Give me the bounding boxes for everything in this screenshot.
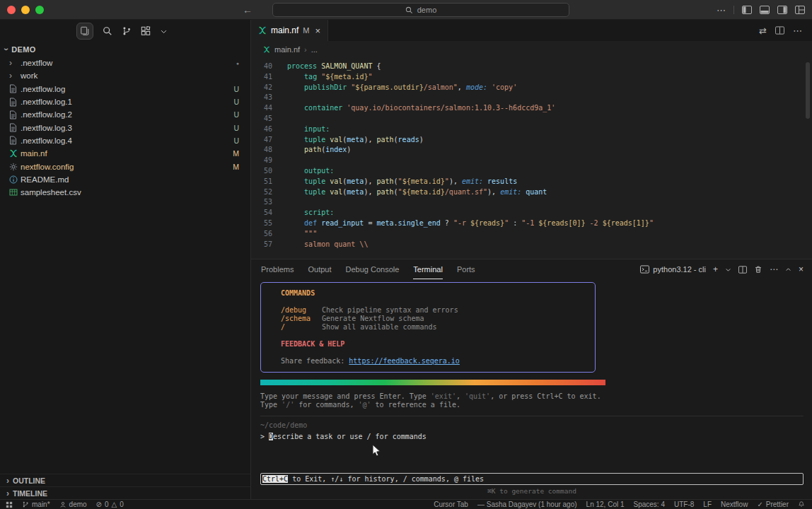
status-item-prettier[interactable]: ✓Prettier: [757, 501, 789, 508]
tree-item-main-nf[interactable]: main.nfM: [0, 147, 250, 160]
gear-file-icon: [9, 163, 21, 171]
kill-terminal-icon[interactable]: [754, 265, 762, 274]
toggle-panel-icon[interactable]: [760, 6, 770, 14]
command-center-search[interactable]: demo: [272, 3, 569, 17]
status-item-utf-8[interactable]: UTF-8: [674, 501, 694, 508]
tree-item-samplesheet-csv[interactable]: samplesheet.csv: [0, 186, 250, 199]
git-decoration-badge: U: [233, 136, 239, 145]
file-label: .nextflow.log.3: [21, 124, 72, 132]
terminal-input-box[interactable]: Ctrl+C to Exit, ↑/↓ for history, / comma…: [260, 473, 804, 485]
new-terminal-icon[interactable]: +: [713, 265, 718, 274]
status-item-nextflow[interactable]: Nextflow: [721, 501, 748, 508]
tree-item--nextflow-log-3[interactable]: .nextflow.log.3U: [0, 121, 250, 134]
minimize-window-button[interactable]: [21, 6, 30, 14]
zoom-window-button[interactable]: [35, 6, 44, 14]
breadcrumb-file[interactable]: main.nf: [274, 45, 300, 54]
tree-item-nextflow-config[interactable]: nextflow.configM: [0, 160, 250, 172]
tree-item--nextflow-log[interactable]: .nextflow.logU: [0, 83, 250, 95]
tab-label: main.nf: [271, 25, 298, 35]
chevron-right-icon: ›: [9, 58, 21, 68]
panel-tab-ports[interactable]: Ports: [457, 259, 475, 279]
toggle-primary-sidebar-icon[interactable]: [742, 6, 752, 14]
warning-count: 0: [120, 501, 124, 508]
extensions-icon[interactable]: [141, 26, 151, 36]
chevron-down-icon[interactable]: [160, 28, 168, 35]
notifications-bell[interactable]: [798, 501, 805, 508]
status-item-ln-12-col-1[interactable]: Ln 12, Col 1: [586, 501, 625, 508]
more-actions-icon[interactable]: ⋯: [717, 6, 726, 15]
tab-main-nf[interactable]: main.nf M ×: [251, 20, 328, 41]
search-icon[interactable]: [103, 26, 112, 36]
explorer-icon[interactable]: [76, 23, 93, 40]
error-count: 0: [105, 501, 109, 508]
commands-header: COMMANDS: [281, 289, 589, 298]
file-label: work: [21, 71, 37, 80]
status-item-sasha-dagayev-1-hour-ago[interactable]: — Sasha Dagayev (1 hour ago): [477, 501, 577, 508]
code-line: 43: [251, 93, 812, 103]
code-line: 50 output:: [251, 166, 812, 177]
problems-status[interactable]: ⊘ 0 △ 0: [96, 501, 124, 508]
close-window-button[interactable]: [7, 6, 16, 14]
source-control-icon[interactable]: [122, 26, 132, 36]
workspace-status[interactable]: demo: [59, 501, 87, 508]
status-item-spaces-4[interactable]: Spaces: 4: [634, 501, 665, 508]
statusbar-right: Cursor Tab— Sasha Dagayev (1 hour ago)Ln…: [434, 501, 789, 508]
breadcrumb-symbol[interactable]: ...: [311, 45, 318, 54]
terminal-prompt-line[interactable]: > Describe a task or use / for commands: [260, 432, 804, 441]
feedback-link[interactable]: https://feedback.seqera.io: [349, 357, 460, 365]
explorer-section-title: DEMO: [11, 45, 35, 54]
git-decoration-badge: U: [233, 110, 239, 119]
sidebar-section-outline[interactable]: ›OUTLINE: [0, 474, 250, 486]
status-item-lf[interactable]: LF: [703, 501, 712, 508]
tree-item--nextflow-log-2[interactable]: .nextflow.log.2U: [0, 108, 250, 121]
more-actions-icon[interactable]: ⋯: [770, 265, 778, 274]
tree-item--nextflow-log-1[interactable]: .nextflow.log.1U: [0, 95, 250, 108]
line-number: 54: [251, 208, 272, 218]
git-decoration-badge: M: [233, 149, 239, 158]
chevron-right-icon: ›: [304, 45, 307, 54]
check-icon: ✓: [757, 501, 762, 508]
close-tab-icon[interactable]: ×: [315, 25, 321, 36]
terminal-shell-selector[interactable]: python3.12 - cli: [640, 265, 706, 274]
git-decoration-badge: U: [233, 85, 239, 93]
split-editor-icon[interactable]: [775, 26, 784, 35]
tree-item--nextflow[interactable]: ›.nextflow●: [0, 57, 250, 69]
file-label: .nextflow.log.2: [21, 110, 72, 119]
remote-indicator[interactable]: [6, 501, 13, 508]
toggle-secondary-sidebar-icon[interactable]: [777, 6, 787, 14]
branch-name: main*: [32, 501, 50, 508]
line-number: 41: [251, 72, 272, 83]
tree-item--nextflow-log-4[interactable]: .nextflow.log.4U: [0, 134, 250, 147]
line-number: 42: [251, 83, 272, 93]
git-branch-status[interactable]: main*: [22, 501, 50, 508]
split-terminal-icon[interactable]: [738, 266, 747, 274]
terminal-shell-label: python3.12 - cli: [653, 265, 706, 274]
sidebar-section-timeline[interactable]: ›TIMELINE: [0, 486, 250, 499]
tree-item-readme-md[interactable]: README.md: [0, 173, 250, 186]
close-panel-icon[interactable]: ×: [799, 265, 804, 274]
chevron-down-icon[interactable]: [725, 267, 731, 273]
status-item-cursor-tab[interactable]: Cursor Tab: [434, 501, 468, 508]
panel-tab-terminal[interactable]: Terminal: [413, 259, 443, 279]
more-actions-icon[interactable]: ⋯: [793, 25, 802, 36]
editor-scrollbar[interactable]: [806, 62, 810, 119]
file-label: README.md: [21, 175, 69, 184]
code-editor[interactable]: 40process SALMON_QUANT {41 tag "${meta.i…: [251, 58, 812, 259]
tree-item-work[interactable]: ›work: [0, 69, 250, 82]
code-line: 41 tag "${meta.id}": [251, 72, 812, 83]
panel-tab-debug-console[interactable]: Debug Console: [346, 259, 400, 279]
customize-layout-icon[interactable]: [795, 6, 805, 14]
code-line: 56 """: [251, 229, 812, 240]
feedback-line: Share feedback: https://feedback.seqera.…: [281, 357, 589, 365]
terminal-view[interactable]: COMMANDS /debugCheck pipeline syntax and…: [251, 279, 812, 499]
explorer-section-header[interactable]: › DEMO: [0, 42, 250, 57]
file-label: .nextflow: [21, 59, 52, 67]
panel-tab-output[interactable]: Output: [308, 259, 331, 279]
compare-changes-icon[interactable]: ⇄: [759, 25, 767, 36]
maximize-panel-icon[interactable]: [785, 267, 791, 273]
terminal-cursor: D: [269, 433, 273, 440]
panel-tab-problems[interactable]: Problems: [261, 259, 294, 279]
statusbar: main* demo ⊘ 0 △ 0 Cursor Tab— Sasha Dag…: [0, 499, 812, 509]
back-icon[interactable]: ←: [243, 4, 253, 16]
chevron-down-icon: ›: [1, 48, 11, 51]
